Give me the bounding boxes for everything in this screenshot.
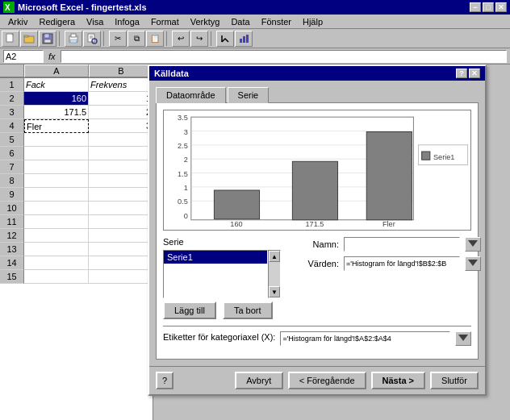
cell-a2[interactable]: 160 <box>24 92 89 106</box>
paste-button[interactable]: 📋 <box>146 31 164 47</box>
cell-b1[interactable]: Frekvens <box>89 78 153 92</box>
cell-b12[interactable] <box>89 229 153 243</box>
copy-button[interactable]: ⧉ <box>128 31 145 47</box>
cell-a10[interactable] <box>24 202 89 215</box>
cell-a5[interactable] <box>24 133 89 147</box>
etiketter-input[interactable] <box>280 331 450 346</box>
menu-data[interactable]: Data <box>226 16 254 27</box>
namn-label: Namn: <box>291 239 339 249</box>
maximize-button[interactable]: □ <box>483 2 494 12</box>
varden-input[interactable] <box>344 256 460 271</box>
toolbar-separator-4 <box>211 31 214 46</box>
cell-b5[interactable] <box>89 133 153 147</box>
dialog-bottom: ? Avbryt < Föregående Nästa > Slutför <box>149 366 485 394</box>
slutfor-button[interactable]: Slutför <box>430 372 479 389</box>
dialog-help-button[interactable]: ? <box>156 372 173 389</box>
namn-expand-button[interactable] <box>465 237 481 252</box>
toolbar-separator-2 <box>103 31 107 46</box>
menu-redigera[interactable]: Redigera <box>34 16 80 27</box>
cell-b6[interactable] <box>89 147 153 160</box>
menu-verktyg[interactable]: Verktyg <box>186 16 225 27</box>
nasta-button[interactable]: Nästa > <box>371 372 425 389</box>
cell-a4[interactable]: Fler <box>24 119 89 133</box>
cell-b7[interactable] <box>89 160 153 174</box>
series-item-1[interactable]: Serie1 <box>164 251 267 264</box>
cell-a3[interactable]: 171.5 <box>24 106 89 119</box>
foregaende-button[interactable]: < Föregående <box>288 372 366 389</box>
cut-button[interactable]: ✂ <box>109 31 127 47</box>
new-button[interactable] <box>2 31 19 47</box>
svg-text:171.5: 171.5 <box>305 220 324 228</box>
menu-format[interactable]: Format <box>146 16 184 27</box>
sort-asc-button[interactable] <box>216 31 234 47</box>
cell-reference[interactable]: A2 <box>3 50 44 63</box>
menu-arkiv[interactable]: Arkiv <box>3 16 32 27</box>
preview-button[interactable] <box>83 31 101 47</box>
col-header-a[interactable]: A <box>24 64 89 77</box>
chart-button[interactable] <box>235 31 253 47</box>
column-headers: A B C <box>0 64 153 78</box>
cell-b8[interactable] <box>89 174 153 188</box>
cell-b11[interactable] <box>89 215 153 229</box>
row-num-8: 8 <box>0 174 24 188</box>
cell-b9[interactable] <box>89 188 153 202</box>
col-header-b[interactable]: B <box>89 64 153 77</box>
redo-button[interactable]: ↪ <box>190 31 208 47</box>
cell-a11[interactable] <box>24 215 89 229</box>
spreadsheet-grid: 1 Fack Frekvens 2 160 1 3 171.5 2 4 Fler… <box>0 78 153 284</box>
series-list[interactable]: Serie1 <box>163 250 268 298</box>
cell-a13[interactable] <box>24 243 89 256</box>
svg-text:Fler: Fler <box>382 220 395 228</box>
svg-rect-16 <box>240 39 242 43</box>
menu-infoga[interactable]: Infoga <box>110 16 144 27</box>
row-num-2: 2 <box>0 92 24 106</box>
svg-text:0: 0 <box>184 212 188 220</box>
cell-a8[interactable] <box>24 174 89 188</box>
menu-fonster[interactable]: Fönster <box>257 16 296 27</box>
cell-b13[interactable] <box>89 243 153 256</box>
cell-a9[interactable] <box>24 188 89 202</box>
formula-input[interactable] <box>61 50 507 63</box>
namn-input[interactable] <box>344 237 460 252</box>
row-num-1: 1 <box>0 78 24 92</box>
dialog-tabs: Dataområde Serie <box>156 87 479 103</box>
dialog-close-title-btn[interactable]: ✕ <box>469 69 480 78</box>
minimize-button[interactable]: − <box>470 2 481 12</box>
namn-row: Namn: <box>291 237 481 252</box>
cell-a1[interactable]: Fack <box>24 78 89 92</box>
cell-b15[interactable] <box>89 270 153 284</box>
lagg-till-button[interactable]: Lägg till <box>163 301 216 319</box>
row-num-5: 5 <box>0 133 24 147</box>
scroll-down-button[interactable]: ▼ <box>269 286 280 297</box>
etiketter-expand-button[interactable] <box>455 331 471 346</box>
save-button[interactable] <box>39 31 56 47</box>
scroll-track <box>269 262 280 286</box>
cell-a12[interactable] <box>24 229 89 243</box>
cell-b3[interactable]: 2 <box>89 106 153 119</box>
close-button[interactable]: ✕ <box>495 2 507 12</box>
open-button[interactable] <box>20 31 38 47</box>
cell-b10[interactable] <box>89 202 153 215</box>
series-scrollbar[interactable]: ▲ ▼ <box>268 250 281 298</box>
print-button[interactable] <box>65 31 82 47</box>
cell-a15[interactable] <box>24 270 89 284</box>
svg-rect-9 <box>71 34 76 37</box>
ta-bort-button[interactable]: Ta bort <box>223 301 273 319</box>
varden-expand-button[interactable] <box>465 256 481 271</box>
tab-dataomrade[interactable]: Dataområde <box>156 87 226 103</box>
menu-visa[interactable]: Visa <box>82 16 108 27</box>
tab-serie[interactable]: Serie <box>228 87 270 103</box>
cell-b4[interactable]: 3 <box>89 119 153 133</box>
cell-b14[interactable] <box>89 256 153 270</box>
scroll-up-button[interactable]: ▲ <box>269 251 280 262</box>
menu-hjalp[interactable]: Hjälp <box>298 16 328 27</box>
row-num-10: 10 <box>0 202 24 215</box>
cell-b2[interactable]: 1 <box>89 92 153 106</box>
dialog-help-title-btn[interactable]: ? <box>456 69 467 78</box>
cell-a6[interactable] <box>24 147 89 160</box>
avbryt-button[interactable]: Avbryt <box>235 372 283 389</box>
cell-a7[interactable] <box>24 160 89 174</box>
cell-a14[interactable] <box>24 256 89 270</box>
dialog-title-bar[interactable]: Källdata ? ✕ <box>149 66 485 81</box>
undo-button[interactable]: ↩ <box>172 31 190 47</box>
